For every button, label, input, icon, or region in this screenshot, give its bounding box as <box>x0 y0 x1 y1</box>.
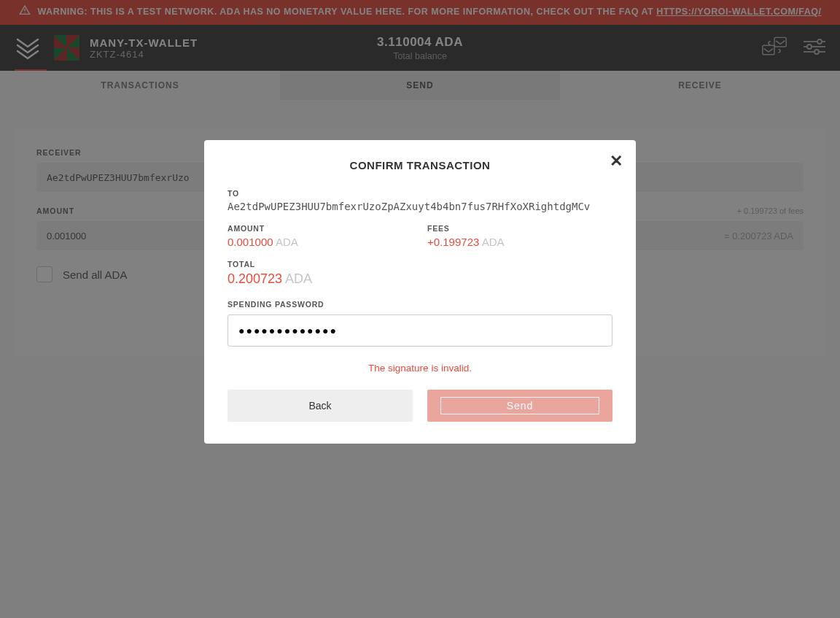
to-address: Ae2tdPwUPEZ3HUU7bmfexrUzoZpAZxuyt4b4bn7f… <box>228 201 612 212</box>
close-icon[interactable]: ✕ <box>610 153 623 169</box>
send-button[interactable]: Send <box>427 390 612 422</box>
modal-overlay: CONFIRM TRANSACTION ✕ TO Ae2tdPwUPEZ3HUU… <box>0 0 840 618</box>
fees-value-modal: +0.199723 ADA <box>427 236 612 248</box>
to-label: TO <box>228 189 612 198</box>
amount-label-modal: AMOUNT <box>228 224 413 233</box>
fees-label-modal: FEES <box>427 224 612 233</box>
modal-title: CONFIRM TRANSACTION <box>228 159 612 171</box>
total-label-modal: TOTAL <box>228 260 612 269</box>
total-value-modal: 0.200723 ADA <box>228 271 612 287</box>
password-label: SPENDING PASSWORD <box>228 300 612 309</box>
spending-password-input[interactable] <box>228 314 612 347</box>
confirm-transaction-modal: CONFIRM TRANSACTION ✕ TO Ae2tdPwUPEZ3HUU… <box>204 140 636 444</box>
amount-value-modal: 0.001000 ADA <box>228 236 413 248</box>
back-button[interactable]: Back <box>228 390 413 422</box>
error-message: The signature is invalid. <box>228 363 612 374</box>
